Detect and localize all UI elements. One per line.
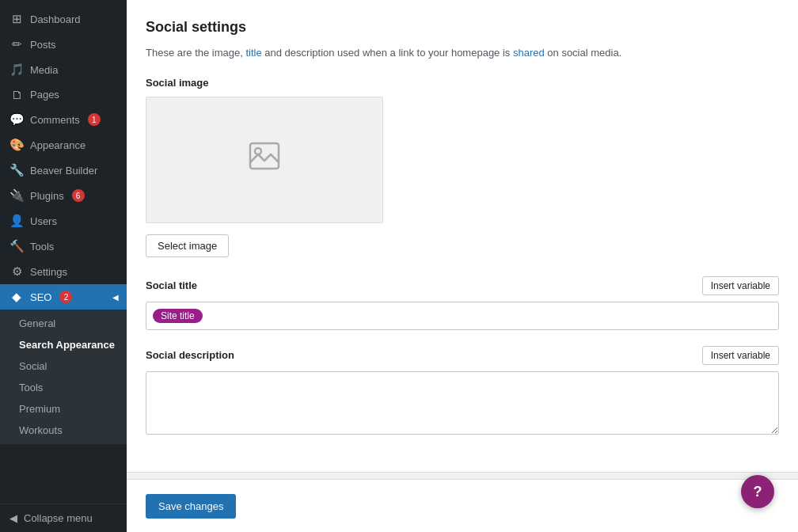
svg-rect-0 bbox=[250, 143, 279, 169]
save-changes-button[interactable]: Save changes bbox=[146, 494, 236, 519]
sidebar-item-dashboard[interactable]: ⊞ Dashboard bbox=[0, 6, 127, 32]
sidebar-label-users: Users bbox=[30, 215, 57, 227]
submenu-item-social[interactable]: Social bbox=[0, 355, 127, 377]
submenu-item-general[interactable]: General bbox=[0, 313, 127, 334]
collapse-menu[interactable]: ◀ Collapse menu bbox=[0, 504, 127, 532]
sidebar-item-pages[interactable]: 🗋 Pages bbox=[0, 82, 127, 107]
title-link[interactable]: title bbox=[245, 47, 261, 59]
social-settings-panel: Social settings These are the image, tit… bbox=[127, 0, 798, 472]
sidebar-nav: ⊞ Dashboard ✏ Posts 🎵 Media 🗋 Pages 💬 Co… bbox=[0, 0, 127, 450]
seo-submenu: General Search Appearance Social Tools P… bbox=[0, 310, 127, 444]
submenu-item-workouts[interactable]: Workouts bbox=[0, 420, 127, 441]
collapse-icon: ◀ bbox=[10, 512, 17, 524]
sidebar-item-beaver-builder[interactable]: 🔧 Beaver Builder bbox=[0, 158, 127, 183]
sidebar-item-media[interactable]: 🎵 Media bbox=[0, 57, 127, 82]
seo-arrow-icon: ◀ bbox=[112, 293, 119, 302]
sidebar-item-tools[interactable]: 🔨 Tools bbox=[0, 234, 127, 259]
users-icon: 👤 bbox=[10, 214, 24, 228]
image-placeholder-icon bbox=[245, 137, 283, 182]
social-description-textarea[interactable] bbox=[146, 371, 779, 435]
shared-link[interactable]: shared bbox=[513, 47, 545, 59]
social-title-input[interactable]: Site title bbox=[146, 302, 779, 330]
social-title-field-row: Social title Insert variable Site title bbox=[146, 276, 779, 330]
sidebar-label-posts: Posts bbox=[30, 39, 56, 51]
sidebar-label-plugins: Plugins bbox=[30, 190, 64, 202]
panel-description-text: These are the image, title and descripti… bbox=[146, 47, 621, 59]
collapse-label: Collapse menu bbox=[24, 512, 93, 524]
main-content: Social settings These are the image, tit… bbox=[127, 0, 798, 532]
social-description-label: Social description bbox=[146, 349, 234, 361]
sidebar-label-pages: Pages bbox=[30, 89, 59, 101]
site-title-tag[interactable]: Site title bbox=[153, 309, 203, 323]
submenu-item-tools[interactable]: Tools bbox=[0, 377, 127, 398]
dashboard-icon: ⊞ bbox=[10, 12, 24, 26]
seo-badge: 2 bbox=[59, 291, 72, 303]
social-title-header: Social title Insert variable bbox=[146, 276, 779, 295]
posts-icon: ✏ bbox=[10, 37, 24, 51]
settings-icon: ⚙ bbox=[10, 264, 24, 279]
social-image-placeholder bbox=[146, 97, 383, 223]
sidebar-label-beaver-builder: Beaver Builder bbox=[30, 165, 97, 177]
sidebar: ⊞ Dashboard ✏ Posts 🎵 Media 🗋 Pages 💬 Co… bbox=[0, 0, 127, 532]
social-description-field-row: Social description Insert variable bbox=[146, 346, 779, 437]
submenu-item-premium[interactable]: Premium bbox=[0, 398, 127, 420]
media-icon: 🎵 bbox=[10, 63, 24, 77]
panel-description: These are the image, title and descripti… bbox=[146, 45, 779, 61]
sidebar-label-comments: Comments bbox=[30, 114, 80, 126]
select-image-button[interactable]: Select image bbox=[146, 234, 229, 257]
seo-icon: ◆ bbox=[10, 290, 24, 304]
social-description-header: Social description Insert variable bbox=[146, 346, 779, 365]
sidebar-item-seo[interactable]: ◆ SEO 2 ◀ bbox=[0, 284, 127, 310]
divider bbox=[127, 472, 798, 473]
help-button[interactable]: ? bbox=[741, 475, 774, 508]
social-image-label: Social image bbox=[146, 77, 779, 89]
sidebar-item-users[interactable]: 👤 Users bbox=[0, 208, 127, 234]
appearance-icon: 🎨 bbox=[10, 138, 24, 152]
sidebar-label-media: Media bbox=[30, 64, 58, 76]
sidebar-item-comments[interactable]: 💬 Comments 1 bbox=[0, 107, 127, 132]
sidebar-item-settings[interactable]: ⚙ Settings bbox=[0, 259, 127, 284]
submenu-item-search-appearance[interactable]: Search Appearance bbox=[0, 334, 127, 355]
save-bar: Save changes bbox=[127, 479, 798, 533]
social-title-label: Social title bbox=[146, 279, 197, 291]
sidebar-item-appearance[interactable]: 🎨 Appearance bbox=[0, 132, 127, 158]
sidebar-label-seo: SEO bbox=[30, 291, 51, 303]
sidebar-label-appearance: Appearance bbox=[30, 139, 86, 151]
comments-icon: 💬 bbox=[10, 112, 24, 127]
panel-title: Social settings bbox=[146, 19, 779, 36]
sidebar-item-posts[interactable]: ✏ Posts bbox=[0, 32, 127, 57]
plugins-icon: 🔌 bbox=[10, 188, 24, 203]
beaver-builder-icon: 🔧 bbox=[10, 163, 24, 177]
sidebar-label-settings: Settings bbox=[30, 266, 67, 278]
tools-icon: 🔨 bbox=[10, 239, 24, 253]
sidebar-label-tools: Tools bbox=[30, 241, 54, 253]
plugins-badge: 6 bbox=[72, 189, 85, 202]
sidebar-label-dashboard: Dashboard bbox=[30, 13, 81, 25]
pages-icon: 🗋 bbox=[10, 88, 24, 101]
sidebar-item-plugins[interactable]: 🔌 Plugins 6 bbox=[0, 183, 127, 208]
help-icon: ? bbox=[754, 484, 762, 500]
insert-variable-button-title[interactable]: Insert variable bbox=[702, 276, 779, 295]
comments-badge: 1 bbox=[88, 113, 101, 126]
insert-variable-button-description[interactable]: Insert variable bbox=[702, 346, 779, 365]
